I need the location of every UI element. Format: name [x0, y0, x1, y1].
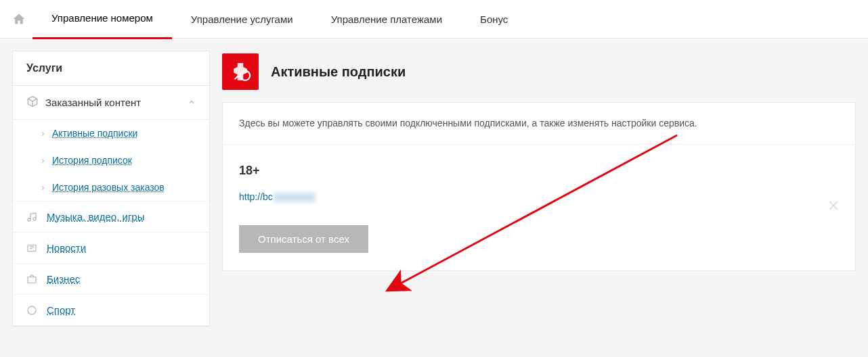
music-icon: [26, 212, 39, 222]
top-nav: Управление номером Управление услугами У…: [0, 0, 868, 39]
ball-icon: [26, 305, 39, 316]
sidebar-sub-history-onetime[interactable]: История разовых заказов: [13, 174, 209, 201]
tab-manage-number[interactable]: Управление номером: [32, 0, 172, 39]
tab-bonus[interactable]: Бонус: [461, 0, 527, 38]
unsubscribe-all-button[interactable]: Отписаться от всех: [239, 225, 368, 253]
sidebar-section-label: Заказанный контент: [45, 97, 141, 108]
content-area: Услуги Заказанный контент Активные подпи…: [0, 39, 868, 339]
panel-body: 18+ http://bc Отписаться от всех: [223, 145, 855, 270]
sidebar: Услуги Заказанный контент Активные подпи…: [12, 51, 210, 327]
tab-manage-services[interactable]: Управление услугами: [172, 0, 312, 38]
subscriptions-panel: Здесь вы можете управлять своими подключ…: [222, 102, 856, 271]
cube-icon: [26, 95, 39, 110]
subscription-item-link[interactable]: http://bc: [239, 191, 273, 202]
sidebar-sub-label: Активные подписки: [52, 128, 137, 139]
tab-label: Управление услугами: [191, 14, 293, 25]
sidebar-link-label: Новости: [47, 242, 86, 254]
sidebar-link-label: Музыка, видео, игры: [47, 211, 145, 222]
home-icon[interactable]: [5, 12, 32, 26]
chevron-up-icon: [188, 97, 196, 108]
subscription-item-title: 18+: [239, 164, 839, 178]
svg-rect-3: [28, 277, 36, 283]
sidebar-link-label: Спорт: [47, 304, 75, 316]
tab-manage-payments[interactable]: Управление платежами: [312, 0, 461, 38]
sidebar-link-media[interactable]: Музыка, видео, игры: [13, 201, 209, 233]
sidebar-sub-label: История разовых заказов: [52, 182, 165, 193]
sidebar-sub-label: История подписок: [52, 155, 132, 166]
briefcase-icon: [26, 274, 39, 285]
sidebar-submenu: Активные подписки История подписок Истор…: [13, 120, 209, 201]
tab-label: Бонус: [480, 14, 508, 25]
close-icon[interactable]: [827, 199, 840, 216]
page-title: Активные подписки: [271, 64, 406, 80]
tab-label: Управление платежами: [331, 14, 442, 25]
sidebar-section-ordered-content[interactable]: Заказанный контент: [13, 86, 209, 120]
page-title-row: Активные подписки: [222, 53, 856, 90]
main: Активные подписки Здесь вы можете управл…: [222, 51, 856, 271]
subscriptions-icon: [222, 53, 259, 90]
svg-point-4: [28, 306, 36, 314]
panel-description: Здесь вы можете управлять своими подключ…: [223, 103, 855, 145]
page: { "nav": { "tabs": [ {"label": "Управлен…: [0, 0, 868, 357]
blurred-text: [274, 193, 315, 202]
sidebar-link-sport[interactable]: Спорт: [13, 295, 209, 326]
sidebar-link-label: Бизнес: [47, 273, 80, 285]
sidebar-link-news[interactable]: Новости: [13, 233, 209, 264]
news-icon: [26, 243, 39, 254]
sidebar-sub-history-subscriptions[interactable]: История подписок: [13, 147, 209, 174]
svg-point-0: [28, 218, 30, 221]
tab-label: Управление номером: [51, 12, 153, 24]
sidebar-sub-active-subscriptions[interactable]: Активные подписки: [13, 120, 209, 147]
sidebar-title: Услуги: [13, 51, 209, 86]
button-label: Отписаться от всех: [258, 233, 349, 245]
svg-point-1: [33, 217, 36, 220]
sidebar-link-business[interactable]: Бизнес: [13, 264, 209, 295]
subscription-item-link-row: http://bc: [239, 191, 839, 202]
